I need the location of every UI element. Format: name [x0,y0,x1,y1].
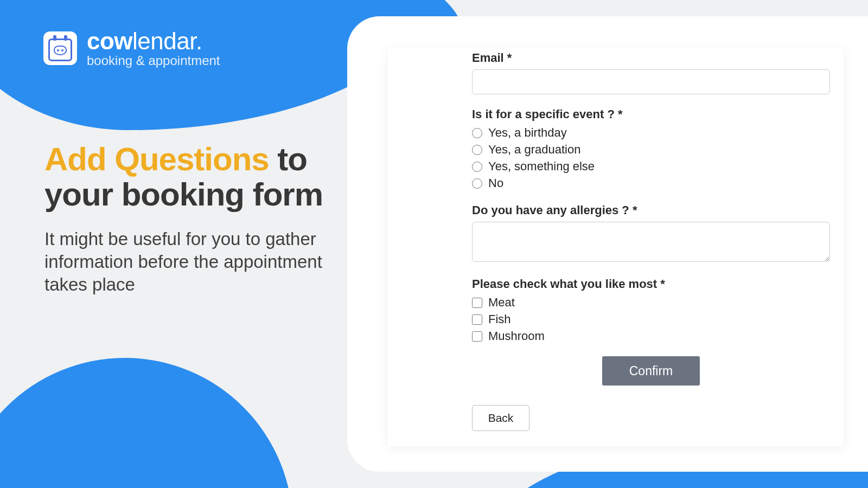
likes-question-group: Please check what you like most * Meat F… [472,277,762,343]
radio-birthday-label: Yes, a birthday [488,126,567,140]
likes-question-label: Please check what you like most * [472,277,762,291]
event-option-no[interactable]: No [472,176,762,190]
booking-form: Email * Is it for a specific event ? * Y… [388,48,844,446]
radio-graduation[interactable] [472,145,482,155]
event-option-birthday[interactable]: Yes, a birthday [472,126,762,140]
brand-tagline: booking & appointment [87,54,220,67]
radio-no[interactable] [472,178,482,189]
allergy-question-label: Do you have any allergies ? * [472,203,762,217]
allergy-textarea[interactable] [472,222,830,262]
confirm-button[interactable]: Confirm [602,356,700,386]
radio-birthday[interactable] [472,128,482,138]
radio-no-label: No [488,176,503,190]
checkbox-meat[interactable] [472,298,482,308]
allergy-question-group: Do you have any allergies ? * [472,203,762,264]
event-option-graduation[interactable]: Yes, a graduation [472,143,762,157]
brand-name: cowlendar. [87,29,220,53]
checkbox-mushroom-label: Mushroom [488,329,545,343]
checkbox-fish[interactable] [472,314,482,325]
brand-name-suffix: lendar. [132,28,202,54]
likes-option-fish[interactable]: Fish [472,312,762,326]
radio-graduation-label: Yes, a graduation [488,143,580,157]
likes-option-meat[interactable]: Meat [472,296,762,310]
hero-copy: Add Questions to your booking form It mi… [44,142,337,296]
hero-subtext: It might be useful for you to gather inf… [44,228,337,297]
checkbox-meat-label: Meat [488,296,515,310]
decorative-blob-bottom-left [0,358,293,488]
radio-something-else-label: Yes, something else [488,159,595,174]
radio-something-else[interactable] [472,162,482,172]
brand-logo: cowlendar. booking & appointment [43,29,220,67]
checkbox-fish-label: Fish [488,312,511,326]
brand-name-prefix: cow [87,28,132,54]
hero-headline-accent: Add Questions [44,141,269,177]
back-button[interactable]: Back [472,405,529,431]
email-field-group: Email * [472,51,762,94]
calendar-cow-icon [43,31,77,65]
event-option-something-else[interactable]: Yes, something else [472,159,762,174]
event-question-group: Is it for a specific event ? * Yes, a bi… [472,107,762,190]
email-label: Email * [472,51,762,65]
email-input[interactable] [472,69,830,94]
checkbox-mushroom[interactable] [472,331,482,342]
likes-option-mushroom[interactable]: Mushroom [472,329,762,343]
event-question-label: Is it for a specific event ? * [472,107,762,121]
hero-headline: Add Questions to your booking form [44,142,337,213]
